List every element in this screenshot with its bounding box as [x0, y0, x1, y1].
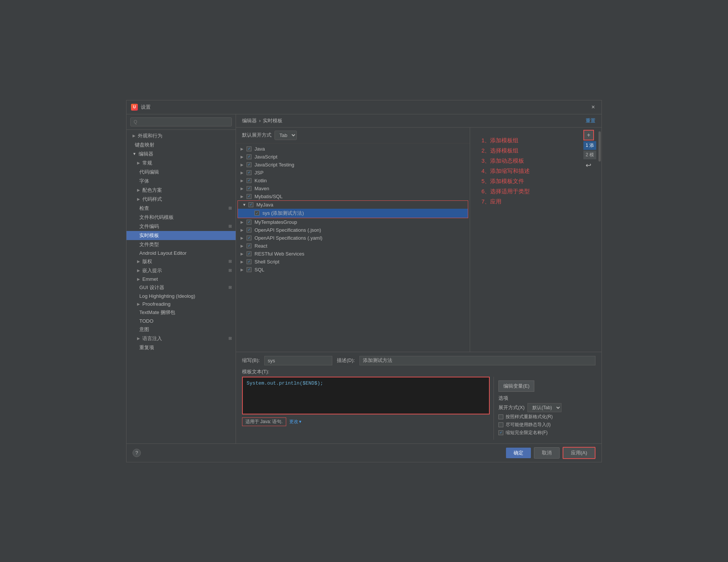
sidebar-item-reset-items[interactable]: 重复项: [126, 343, 236, 352]
list-item[interactable]: ▶ ✓ JavaScript: [236, 153, 470, 161]
sidebar-item-appearance[interactable]: ▶ 外观和行为: [126, 131, 236, 140]
list-item[interactable]: ▶ ✓ SQL: [236, 266, 470, 274]
checkbox-icon[interactable]: ✓: [247, 170, 251, 175]
close-button[interactable]: ×: [589, 103, 597, 111]
toolbar-menu-item-2[interactable]: 2 模: [583, 151, 596, 159]
sidebar-item-code-style[interactable]: ▶ 代码样式: [126, 195, 236, 204]
expand-mode-select[interactable]: 默认(Tab): [527, 403, 561, 412]
static-import-checkbox[interactable]: [498, 422, 503, 427]
checkbox-icon[interactable]: ✓: [247, 154, 251, 159]
sidebar-item-android-layout[interactable]: Android Layout Editor: [126, 249, 236, 257]
list-item[interactable]: ▶ ✓ Maven: [236, 185, 470, 192]
sidebar-item-file-templates[interactable]: 文件和代码模板: [126, 213, 236, 222]
main-header: 编辑器 › 实时模板 重置: [236, 114, 602, 128]
list-item[interactable]: ▶ ✓ RESTful Web Services: [236, 250, 470, 258]
desc-input[interactable]: [359, 356, 595, 365]
checkbox-icon[interactable]: ✓: [247, 251, 251, 256]
sidebar-item-live-templates[interactable]: 实时模板: [126, 231, 236, 240]
sidebar-item-inlay-hints[interactable]: ▶ 嵌入提示 ⊞: [126, 266, 236, 275]
sidebar-item-intention[interactable]: 意图: [126, 325, 236, 334]
chevron-icon: ▾: [299, 419, 301, 424]
list-item-sys[interactable]: ✓ sys (添加测试方法): [238, 209, 468, 218]
abbreviation-row: 缩写(B): 描述(D):: [242, 356, 595, 365]
sidebar-item-proofreading[interactable]: ▶ Proofreading: [126, 300, 236, 308]
checkbox-icon[interactable]: ✓: [247, 194, 251, 199]
template-editor[interactable]: System.out.println($END$);: [242, 377, 490, 414]
template-list-area: 默认展开方式 Tab ▶ ✓ Java ▶: [236, 128, 470, 352]
checkbox-icon[interactable]: ✓: [247, 267, 251, 272]
sidebar-item-label: 文件和代码模板: [139, 214, 232, 221]
sidebar-item-log-highlighting[interactable]: Log Highlighting (Ideolog): [126, 292, 236, 300]
sidebar-item-label: 常规: [142, 160, 232, 166]
search-input[interactable]: [130, 117, 232, 126]
list-item[interactable]: ▶ ✓ Java: [236, 145, 470, 153]
arrow-icon: ▶: [241, 228, 245, 232]
abbr-label: 缩写(B):: [242, 357, 260, 364]
sidebar-item-todo[interactable]: TODO: [126, 317, 236, 325]
list-item[interactable]: ▶ ✓ Mybatis/SQL: [236, 192, 470, 200]
edit-variables-button[interactable]: 编辑变量(E): [498, 380, 534, 392]
toolbar-menu-item-1[interactable]: 1 添: [583, 141, 596, 150]
checkbox-icon[interactable]: ✓: [247, 259, 251, 264]
sidebar-item-color-scheme[interactable]: ▶ 配色方案: [126, 186, 236, 195]
sidebar-item-general[interactable]: ▶ 常规: [126, 159, 236, 168]
shorten-fqn-checkbox[interactable]: ✓: [498, 430, 503, 435]
sidebar-item-keymap[interactable]: 键盘映射: [126, 140, 236, 149]
checkbox-icon[interactable]: ✓: [247, 243, 251, 248]
sidebar-item-emmet[interactable]: ▶ Emmet: [126, 275, 236, 283]
sidebar-item-label: 代码样式: [142, 196, 232, 203]
group-label: Mybatis/SQL: [254, 194, 282, 199]
dialog-body: ▶ 外观和行为 键盘映射 ▼ 编辑器 ▶ 常规 代码编辑: [126, 114, 602, 443]
list-item[interactable]: ▶ ✓ OpenAPI Specifications (.json): [236, 226, 470, 234]
sidebar-item-file-encoding[interactable]: 文件编码 ⊞: [126, 222, 236, 231]
undo-button[interactable]: ↩: [583, 160, 594, 171]
list-item[interactable]: ▶ ✓ Kotlin: [236, 177, 470, 185]
checkbox-icon[interactable]: ✓: [247, 162, 251, 167]
sidebar-item-file-types[interactable]: 文件类型: [126, 240, 236, 249]
reset-button[interactable]: 重置: [586, 117, 595, 124]
scrollbar[interactable]: [598, 128, 602, 352]
checkbox-icon[interactable]: ✓: [247, 228, 251, 232]
sidebar-item-lang-injection[interactable]: ▶ 语言注入 ⊞: [126, 334, 236, 343]
reformat-row: 按照样式重新格式化(R): [498, 414, 591, 420]
confirm-button[interactable]: 确定: [506, 448, 531, 458]
main-content: 编辑器 › 实时模板 重置 默认展开方式 Tab: [236, 114, 602, 443]
sidebar-item-copyright[interactable]: ▶ 版权 ⊞: [126, 257, 236, 266]
reformat-checkbox[interactable]: [498, 414, 503, 419]
shorten-fqn-row: ✓ 缩短完全限定名称(F): [498, 430, 591, 436]
list-item[interactable]: ▶ ✓ React: [236, 242, 470, 250]
checkbox-icon[interactable]: ✓: [247, 146, 251, 151]
sidebar-item-label: GUI 设计器: [139, 284, 227, 291]
reformat-label: 按照样式重新格式化(R): [506, 414, 553, 420]
applicable-badge[interactable]: 适用于 Java: 语句.: [242, 417, 286, 426]
list-item[interactable]: ▶ ✓ MyTemplatesGroup: [236, 218, 470, 226]
arrow-icon: ▶: [137, 336, 140, 340]
checkbox-icon[interactable]: ✓: [254, 211, 259, 216]
checkbox-icon[interactable]: ✓: [247, 236, 251, 240]
sidebar-item-inspection[interactable]: 检查 ⊞: [126, 204, 236, 213]
breadcrumb-part2: 实时模板: [263, 117, 282, 124]
sidebar-item-code-edit[interactable]: 代码编辑: [126, 168, 236, 177]
sidebar-item-font[interactable]: 字体: [126, 177, 236, 186]
sidebar-item-editor[interactable]: ▼ 编辑器: [126, 149, 236, 159]
add-button[interactable]: +: [583, 130, 594, 140]
checkbox-icon[interactable]: ✓: [247, 220, 251, 225]
checkbox-icon[interactable]: ✓: [247, 178, 251, 183]
cancel-button[interactable]: 取消: [534, 447, 560, 459]
list-item[interactable]: ▶ ✓ Shell Script: [236, 258, 470, 266]
apply-button[interactable]: 应用(A): [563, 447, 595, 459]
change-link[interactable]: 更改 ▾: [289, 419, 301, 425]
abbr-input[interactable]: [264, 356, 332, 365]
sidebar-item-textmate[interactable]: TextMate 捆绑包: [126, 308, 236, 317]
checkbox-icon[interactable]: ✓: [247, 186, 251, 191]
list-item-myjava[interactable]: ▼ ✓ MyJava: [238, 201, 468, 209]
sidebar-item-gui-designer[interactable]: GUI 设计器 ⊞: [126, 283, 236, 292]
checkbox-icon[interactable]: ✓: [248, 202, 253, 207]
list-item[interactable]: ▶ ✓ JavaScript Testing: [236, 161, 470, 169]
help-button[interactable]: ?: [133, 449, 141, 457]
arrow-icon: ▶: [241, 147, 245, 151]
expand-select[interactable]: Tab: [275, 131, 297, 140]
breadcrumb-part1: 编辑器: [242, 117, 257, 124]
list-item[interactable]: ▶ ✓ JSP: [236, 169, 470, 177]
list-item[interactable]: ▶ ✓ OpenAPI Specifications (.yaml): [236, 234, 470, 242]
